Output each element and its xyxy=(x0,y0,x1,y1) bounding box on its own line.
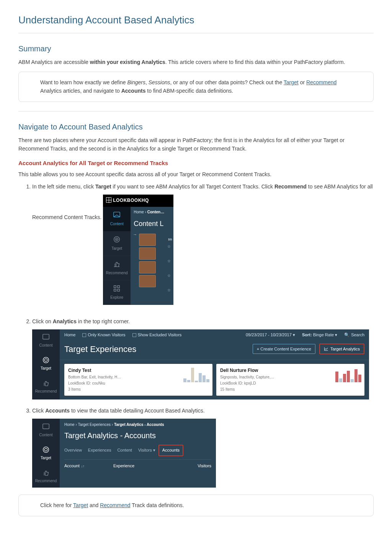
sidebar-label-recommend: Recommend xyxy=(35,388,57,395)
chevron-down-icon: ▾ xyxy=(153,448,155,452)
date-range-picker[interactable]: 09/23/2017 - 10/23/2017 ▾ xyxy=(246,332,295,339)
create-experience-button[interactable]: + Create Content Experience xyxy=(253,344,315,354)
account-analytics-subheading: Account Analytics for All Target or Reco… xyxy=(18,159,374,168)
sidebar-item-explore[interactable]: Explore xyxy=(103,280,131,305)
target-icon xyxy=(42,445,50,454)
step-2: Click on Analytics in the top right corn… xyxy=(32,317,374,399)
tab-content[interactable]: Content xyxy=(117,447,132,454)
callout-end: to find ABM-specific data definitions. xyxy=(145,88,233,94)
callout-or: or xyxy=(299,79,306,85)
svg-rect-4 xyxy=(114,286,116,288)
col-experience[interactable]: Experience xyxy=(113,463,162,470)
col-account-label: Account xyxy=(64,463,80,468)
star-icon[interactable]: ☆ xyxy=(167,273,171,277)
target-icon xyxy=(112,235,121,244)
crumb-current: Conten… xyxy=(147,210,164,214)
callout-post: Analytics articles, and navigate to xyxy=(40,88,121,94)
svg-point-12 xyxy=(43,447,49,452)
tab-accounts[interactable]: Accounts xyxy=(158,445,183,456)
content-thumb[interactable] xyxy=(139,275,156,287)
callout-mid: , or any of our other data points? Check… xyxy=(170,79,284,85)
content-thumb[interactable] xyxy=(139,261,156,273)
crumb-sep: › xyxy=(144,210,147,214)
svg-point-10 xyxy=(44,359,47,362)
show-excluded-label: Show Excluded Visitors xyxy=(138,332,182,339)
navigate-intro: There are two places where your Account … xyxy=(18,136,374,153)
col-visitors[interactable]: Visitors xyxy=(162,463,211,470)
footer-link-recommend[interactable]: Recommend xyxy=(100,502,130,508)
sidebar-item-target[interactable]: Target xyxy=(32,352,60,375)
search-button[interactable]: 🔍Search xyxy=(344,332,364,339)
sidebar-item-recommend[interactable]: Recommend xyxy=(32,375,60,398)
col-account[interactable]: Account↓↑ xyxy=(64,463,113,470)
expand-arrow-icon[interactable]: → xyxy=(133,231,137,238)
summary-heading: Summary xyxy=(18,43,374,55)
step2-b-analytics: Analytics xyxy=(53,318,77,324)
step1-b-target: Target xyxy=(95,183,111,190)
step1-b-recommend: Recommend xyxy=(274,183,307,190)
callout-link-target[interactable]: Target xyxy=(284,79,299,85)
sidebar-label-target: Target xyxy=(41,365,51,372)
card-items: 3 Items xyxy=(68,386,209,393)
screenshot-target-experiences: Content Target Recommend Home Only Known… xyxy=(32,329,369,399)
target-analytics-button[interactable]: Target Analytics xyxy=(319,344,364,354)
experience-card[interactable]: Cindy Test Bottom Bar, Exit, Inactivity,… xyxy=(64,364,212,396)
sidebar-label-content: Content xyxy=(39,342,52,349)
crumb-target-exp[interactable]: Target Experiences xyxy=(78,422,111,427)
toolbar-home[interactable]: Home xyxy=(64,332,75,339)
sidebar-item-content[interactable]: Content xyxy=(103,207,131,231)
logo-bar: LOOKBOOKHQ xyxy=(103,195,173,206)
step3-post: to view the data table detailing Account… xyxy=(70,408,205,414)
sidebar-item-content[interactable]: Content xyxy=(32,419,60,442)
sidebar-label-recommend: Recommend xyxy=(35,478,57,484)
callout-em-sessions: Sessions xyxy=(149,79,170,85)
summary-intro-pre: ABM Analytics are accessible xyxy=(18,59,90,65)
star-icon[interactable]: ☆ xyxy=(167,244,171,247)
sidebar-label-content: Content xyxy=(39,432,52,438)
show-excluded-checkbox[interactable]: Show Excluded Visitors xyxy=(132,332,182,339)
svg-point-9 xyxy=(43,357,49,363)
svg-rect-8 xyxy=(43,334,49,339)
experience-card[interactable]: Dell Nurture Flow Signposts, Inactivity,… xyxy=(216,364,364,396)
callout-sep: , xyxy=(145,79,149,85)
content-thumb[interactable] xyxy=(139,234,156,246)
sort-value: Binge Rate xyxy=(313,332,334,337)
callout-bold-accounts: Accounts xyxy=(121,88,146,94)
svg-rect-11 xyxy=(43,424,49,429)
tab-visitors-label: Visitors xyxy=(138,448,152,452)
svg-point-3 xyxy=(116,239,117,240)
sidebar-item-target[interactable]: Target xyxy=(103,231,131,256)
tab-overview[interactable]: Overview xyxy=(64,447,82,454)
recommend-icon xyxy=(42,468,50,477)
tab-experiences[interactable]: Experiences xyxy=(88,447,111,454)
sidebar-item-recommend[interactable]: Recommend xyxy=(103,256,131,280)
only-known-label: Only Known Visitors xyxy=(88,332,125,339)
svg-rect-7 xyxy=(118,289,120,291)
page-title: Understanding Account Based Analytics xyxy=(18,12,374,33)
star-icon[interactable]: ☆ xyxy=(167,287,171,291)
footer-pre: Click here for xyxy=(40,502,73,508)
summary-callout: Want to learn how exactly we define Bing… xyxy=(18,72,374,102)
footer-link-target[interactable]: Target xyxy=(73,502,88,508)
content-thumb[interactable] xyxy=(139,247,156,260)
sidebar-item-recommend[interactable]: Recommend xyxy=(32,465,60,488)
table-header: Account↓↑ Experience Visitors xyxy=(64,459,211,470)
crumb-home[interactable]: Home xyxy=(134,210,144,214)
tab-visitors[interactable]: Visitors ▾ xyxy=(138,447,155,454)
star-icon[interactable]: ☆ xyxy=(167,258,171,262)
sidebar-rail: Content Target Recommend xyxy=(32,329,60,399)
sort-icon: ↓↑ xyxy=(81,464,85,468)
crumb-home[interactable]: Home xyxy=(64,422,75,427)
sort-control[interactable]: Sort: Binge Rate ▾ xyxy=(302,332,337,339)
checkbox-icon xyxy=(82,333,86,337)
sidebar-rail: Content Target Recommend xyxy=(103,207,131,305)
sidebar-item-target[interactable]: Target xyxy=(32,442,60,465)
svg-point-2 xyxy=(116,238,118,241)
library-icon xyxy=(42,422,50,431)
callout-link-recommend[interactable]: Recommend xyxy=(306,79,336,85)
library-icon xyxy=(112,210,121,219)
sidebar-item-content[interactable]: Content xyxy=(32,329,60,352)
sidebar-rail: Content Target Recommend xyxy=(32,419,60,488)
sidebar-label-explore: Explore xyxy=(110,295,123,301)
only-known-checkbox[interactable]: Only Known Visitors xyxy=(82,332,125,339)
